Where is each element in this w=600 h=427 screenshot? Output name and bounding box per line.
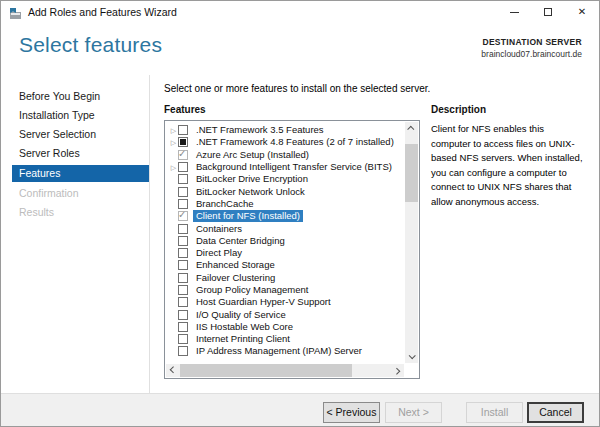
feature-checkbox-unchecked[interactable]: [178, 236, 188, 246]
feature-row[interactable]: ▷.NET Framework 4.8 Features (2 of 7 ins…: [166, 136, 404, 148]
features-list-rows: ▷.NET Framework 3.5 Features▷.NET Framew…: [166, 124, 404, 358]
feature-row[interactable]: Direct Play: [166, 247, 404, 259]
feature-label: Failover Clustering: [193, 272, 278, 284]
feature-row[interactable]: BranchCache: [166, 198, 404, 210]
minimize-icon: [510, 12, 519, 13]
server-manager-icon: [9, 6, 22, 18]
add-roles-features-wizard-window: { "window": { "title": "Add Roles and Fe…: [0, 0, 600, 427]
scroll-up-arrow-icon[interactable]: [405, 122, 418, 135]
feature-row[interactable]: Group Policy Management: [166, 284, 404, 296]
scroll-left-arrow-icon[interactable]: [166, 364, 179, 377]
feature-label: IP Address Management (IPAM) Server: [193, 345, 365, 357]
feature-label: Data Center Bridging: [193, 235, 288, 247]
feature-label: Direct Play: [193, 247, 245, 259]
feature-checkbox-unchecked[interactable]: [178, 125, 188, 135]
feature-checkbox-unchecked[interactable]: [178, 285, 188, 295]
vertical-scrollbar-thumb[interactable]: [405, 144, 418, 202]
next-button: Next >: [385, 402, 442, 423]
maximize-icon: [544, 8, 552, 16]
sidebar-item-features[interactable]: Features: [12, 165, 149, 182]
expand-arrow-icon[interactable]: ▷: [169, 138, 178, 147]
sidebar-divider: [149, 75, 150, 393]
feature-row[interactable]: IP Address Management (IPAM) Server: [166, 345, 404, 357]
feature-checkbox-unchecked[interactable]: [178, 187, 188, 197]
feature-row[interactable]: Host Guardian Hyper-V Support: [166, 296, 404, 308]
scroll-down-arrow-icon[interactable]: [405, 350, 418, 363]
scroll-right-arrow-icon[interactable]: [391, 364, 404, 377]
feature-row[interactable]: BitLocker Drive Encryption: [166, 173, 404, 185]
page-title: Select features: [19, 33, 162, 57]
feature-row[interactable]: Containers: [166, 222, 404, 234]
close-button[interactable]: ✕: [565, 1, 599, 23]
feature-checkbox-unchecked[interactable]: [178, 297, 188, 307]
feature-label: .NET Framework 4.8 Features (2 of 7 inst…: [193, 136, 397, 148]
feature-row[interactable]: Data Center Bridging: [166, 235, 404, 247]
title-bar: Add Roles and Features Wizard ✕: [1, 1, 599, 23]
features-column-label: Features: [164, 104, 206, 115]
feature-checkbox-unchecked[interactable]: [178, 248, 188, 258]
destination-server-block: DESTINATION SERVER braincloud07.braincou…: [481, 37, 582, 59]
feature-label: Azure Arc Setup (Installed): [193, 149, 312, 161]
destination-server-name: braincloud07.braincourt.de: [481, 49, 582, 59]
feature-checkbox-unchecked[interactable]: [178, 260, 188, 270]
instruction-text: Select one or more features to install o…: [164, 83, 430, 94]
description-column-label: Description: [431, 104, 486, 115]
feature-label: Background Intelligent Transfer Service …: [193, 161, 395, 173]
feature-checkbox-unchecked[interactable]: [178, 273, 188, 283]
feature-checkbox-unchecked[interactable]: [178, 162, 188, 172]
feature-row[interactable]: Azure Arc Setup (Installed): [166, 149, 404, 161]
expand-arrow-icon[interactable]: ▷: [169, 163, 178, 172]
install-button: Install: [466, 402, 523, 423]
feature-checkbox-unchecked[interactable]: [178, 322, 188, 332]
feature-row[interactable]: BitLocker Network Unlock: [166, 185, 404, 197]
minimize-button[interactable]: [497, 1, 531, 23]
feature-row[interactable]: ▷Background Intelligent Transfer Service…: [166, 161, 404, 173]
previous-button[interactable]: < Previous: [323, 402, 380, 423]
feature-label: Host Guardian Hyper-V Support: [193, 296, 334, 308]
features-list: ▷.NET Framework 3.5 Features▷.NET Framew…: [164, 120, 420, 379]
feature-checkbox-unchecked[interactable]: [178, 310, 188, 320]
sidebar-item-results: Results: [1, 203, 149, 222]
feature-row[interactable]: Enhanced Storage: [166, 259, 404, 271]
feature-label: Client for NFS (Installed): [193, 210, 303, 222]
maximize-button[interactable]: [531, 1, 565, 23]
feature-checkbox-checked[interactable]: [178, 211, 188, 221]
sidebar-item-confirmation: Confirmation: [1, 184, 149, 203]
feature-checkbox-partial[interactable]: [178, 137, 188, 147]
sidebar-item-before-you-begin[interactable]: Before You Begin: [1, 87, 149, 106]
destination-server-label: DESTINATION SERVER: [481, 37, 582, 47]
feature-label: BitLocker Drive Encryption: [193, 173, 311, 185]
feature-label: Enhanced Storage: [193, 259, 278, 271]
vertical-scrollbar[interactable]: [405, 122, 418, 363]
sidebar-item-installation-type[interactable]: Installation Type: [1, 106, 149, 125]
feature-label: I/O Quality of Service: [193, 309, 289, 321]
feature-checkbox-checked[interactable]: [178, 150, 188, 160]
feature-label: Containers: [193, 223, 245, 235]
wizard-steps: Before You BeginInstallation TypeServer …: [1, 87, 149, 222]
feature-row[interactable]: ▷.NET Framework 3.5 Features: [166, 124, 404, 136]
feature-label: Group Policy Management: [193, 284, 311, 296]
feature-row[interactable]: Failover Clustering: [166, 272, 404, 284]
feature-row[interactable]: I/O Quality of Service: [166, 308, 404, 320]
feature-row[interactable]: Internet Printing Client: [166, 333, 404, 345]
horizontal-scrollbar[interactable]: [166, 364, 404, 377]
window-title: Add Roles and Features Wizard: [28, 6, 177, 18]
cancel-button[interactable]: Cancel: [527, 402, 584, 423]
sidebar-item-server-selection[interactable]: Server Selection: [1, 125, 149, 144]
partial-check-icon: [180, 139, 186, 145]
feature-label: BranchCache: [193, 198, 257, 210]
feature-row[interactable]: IIS Hostable Web Core: [166, 321, 404, 333]
feature-checkbox-unchecked[interactable]: [178, 224, 188, 234]
horizontal-scrollbar-thumb[interactable]: [180, 364, 352, 377]
feature-checkbox-unchecked[interactable]: [178, 199, 188, 209]
description-text: Client for NFS enables this computer to …: [431, 122, 586, 210]
feature-checkbox-unchecked[interactable]: [178, 174, 188, 184]
feature-checkbox-unchecked[interactable]: [178, 346, 188, 356]
sidebar-item-server-roles[interactable]: Server Roles: [1, 144, 149, 163]
feature-label: .NET Framework 3.5 Features: [193, 124, 327, 136]
feature-row[interactable]: Client for NFS (Installed): [166, 210, 404, 222]
feature-checkbox-unchecked[interactable]: [178, 334, 188, 344]
feature-label: IIS Hostable Web Core: [193, 321, 296, 333]
footer-button-bar: < PreviousNext >InstallCancel: [1, 394, 600, 427]
expand-arrow-icon[interactable]: ▷: [169, 126, 178, 135]
